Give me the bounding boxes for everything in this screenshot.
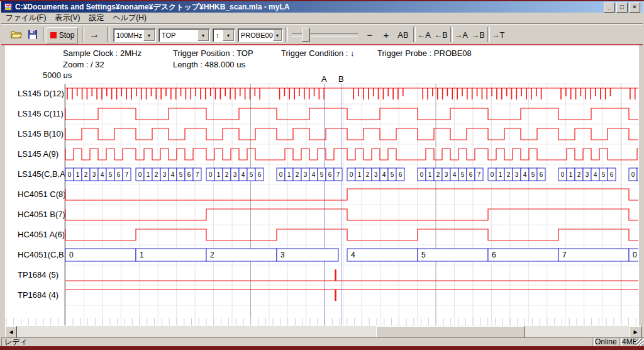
svg-text:3: 3 bbox=[586, 171, 589, 178]
trigger-edge-combo[interactable]: ↑ ▼ bbox=[213, 28, 235, 42]
svg-text:2: 2 bbox=[436, 171, 440, 178]
horizontal-scrollbar[interactable]: ◀ ▶ bbox=[5, 326, 641, 337]
svg-text:2: 2 bbox=[507, 171, 511, 178]
svg-text:6: 6 bbox=[492, 251, 496, 259]
waveform-LS145-B-10- bbox=[65, 128, 638, 140]
zoom-in-button[interactable]: + bbox=[380, 28, 392, 42]
svg-text:1: 1 bbox=[140, 251, 144, 259]
app-icon bbox=[4, 3, 13, 11]
svg-text:6: 6 bbox=[399, 171, 402, 178]
chevron-down-icon[interactable]: ▼ bbox=[143, 30, 155, 41]
svg-text:0: 0 bbox=[68, 171, 72, 178]
svg-text:0: 0 bbox=[561, 171, 565, 178]
svg-text:1: 1 bbox=[428, 171, 432, 178]
menu-file[interactable]: ファイル(F) bbox=[1, 12, 50, 24]
svg-text:1: 1 bbox=[499, 171, 502, 178]
svg-text:5: 5 bbox=[320, 171, 324, 178]
toolbar-separator bbox=[450, 27, 453, 42]
maximize-button[interactable]: □ bbox=[616, 3, 628, 13]
close-button[interactable]: × bbox=[629, 3, 640, 13]
run-button[interactable]: → bbox=[86, 28, 103, 42]
menu-help[interactable]: ヘルプ(H) bbox=[108, 12, 151, 24]
waveform-LS145-C-11- bbox=[65, 108, 638, 120]
svg-text:6: 6 bbox=[117, 171, 121, 178]
svg-text:2: 2 bbox=[225, 171, 229, 178]
svg-text:0: 0 bbox=[138, 171, 142, 178]
status-bar: レディ Online 4MBit bbox=[0, 337, 644, 346]
trigger-position-combo[interactable]: TOP ▼ bbox=[158, 28, 210, 42]
scroll-right-icon[interactable]: ▶ bbox=[630, 326, 641, 338]
svg-text:7: 7 bbox=[562, 251, 567, 259]
menu-bar: ファイル(F) 表示(V) 設定 ヘルプ(H) bbox=[1, 13, 643, 24]
sample-clock-combo[interactable]: 100MHz ▼ bbox=[113, 28, 156, 42]
svg-text:4: 4 bbox=[594, 171, 597, 178]
cursor-a-right-button[interactable]: →A bbox=[453, 28, 469, 42]
trigger-probe-combo[interactable]: PROBE00 ▼ bbox=[238, 28, 283, 42]
toolbar-separator bbox=[43, 27, 45, 42]
svg-text:1: 1 bbox=[358, 171, 362, 178]
svg-text:5: 5 bbox=[531, 171, 535, 178]
open-button[interactable] bbox=[9, 27, 24, 42]
svg-text:3: 3 bbox=[374, 171, 378, 178]
cursor-b-right-button[interactable]: →B bbox=[470, 28, 486, 42]
zoom-slider-thumb[interactable] bbox=[302, 28, 310, 42]
cursor-b-left-button[interactable]: ←B bbox=[433, 28, 448, 42]
menu-settings[interactable]: 設定 bbox=[84, 12, 108, 24]
goto-trigger-button[interactable]: →T bbox=[491, 28, 506, 42]
svg-text:1: 1 bbox=[147, 171, 150, 178]
desktop-strip-bottom bbox=[0, 346, 644, 350]
toolbar-separator bbox=[487, 27, 490, 42]
svg-text:3: 3 bbox=[92, 171, 96, 178]
svg-text:5: 5 bbox=[461, 171, 465, 178]
svg-text:5: 5 bbox=[391, 171, 394, 178]
waveform-LS145-A-9- bbox=[65, 149, 638, 160]
chevron-down-icon[interactable]: ▼ bbox=[273, 30, 282, 41]
svg-text:4: 4 bbox=[242, 171, 245, 178]
trigger-position-value: TOP bbox=[159, 31, 197, 39]
svg-text:7: 7 bbox=[336, 171, 340, 178]
waveform-HC4051-C-B-A-: 012345670 bbox=[65, 249, 638, 261]
svg-text:4: 4 bbox=[171, 171, 175, 178]
toolbar-separator bbox=[82, 27, 84, 42]
scrollbar-thumb[interactable] bbox=[376, 326, 525, 338]
svg-text:4: 4 bbox=[453, 171, 457, 178]
svg-text:6: 6 bbox=[469, 171, 473, 178]
scroll-left-icon[interactable]: ◀ bbox=[5, 326, 17, 338]
status-online: Online bbox=[592, 337, 622, 347]
save-button[interactable] bbox=[25, 27, 40, 42]
mylа-window: { "window": { "title": "C:¥Documents and… bbox=[0, 0, 644, 350]
svg-text:4: 4 bbox=[312, 171, 316, 178]
menu-view[interactable]: 表示(V) bbox=[50, 12, 84, 24]
svg-text:7: 7 bbox=[477, 171, 481, 178]
waveform-LS145-C-B-A-: 0123456701234567012345601234567012345601… bbox=[65, 168, 638, 181]
chevron-down-icon[interactable]: ▼ bbox=[223, 30, 234, 41]
waveform-plot[interactable]: 0123456701234567012345601234567012345601… bbox=[5, 46, 638, 325]
svg-text:3: 3 bbox=[233, 171, 237, 178]
svg-text:0: 0 bbox=[491, 171, 494, 178]
svg-text:0: 0 bbox=[350, 171, 353, 178]
cursor-a-left-button[interactable]: ←A bbox=[416, 28, 431, 42]
svg-text:6: 6 bbox=[540, 171, 543, 178]
waveform-TP1684-5- bbox=[65, 269, 638, 281]
zoom-ab-button[interactable]: AB bbox=[396, 28, 410, 42]
svg-text:2: 2 bbox=[155, 171, 158, 178]
window-title: C:¥Documents and Settings¥noname¥デスクトップ¥… bbox=[15, 2, 289, 13]
resize-grip[interactable] bbox=[636, 339, 643, 346]
minimize-button[interactable]: _ bbox=[604, 3, 615, 13]
svg-text:2: 2 bbox=[577, 171, 581, 178]
svg-text:1: 1 bbox=[76, 171, 80, 178]
svg-text:0: 0 bbox=[279, 171, 283, 178]
waveform-TP1684-4- bbox=[65, 290, 638, 301]
svg-text:0: 0 bbox=[633, 251, 637, 259]
svg-text:3: 3 bbox=[280, 251, 285, 259]
svg-text:3: 3 bbox=[163, 171, 167, 178]
chevron-down-icon[interactable]: ▼ bbox=[197, 30, 209, 41]
svg-text:5: 5 bbox=[109, 171, 113, 178]
title-bar[interactable]: C:¥Documents and Settings¥noname¥デスクトップ¥… bbox=[1, 1, 643, 13]
svg-text:4: 4 bbox=[351, 251, 355, 259]
zoom-out-button[interactable]: − bbox=[363, 28, 377, 42]
stop-button[interactable]: Stop bbox=[47, 27, 78, 43]
svg-text:0: 0 bbox=[209, 171, 213, 178]
time-ruler bbox=[6, 318, 636, 325]
toolbar-separator bbox=[413, 27, 416, 42]
